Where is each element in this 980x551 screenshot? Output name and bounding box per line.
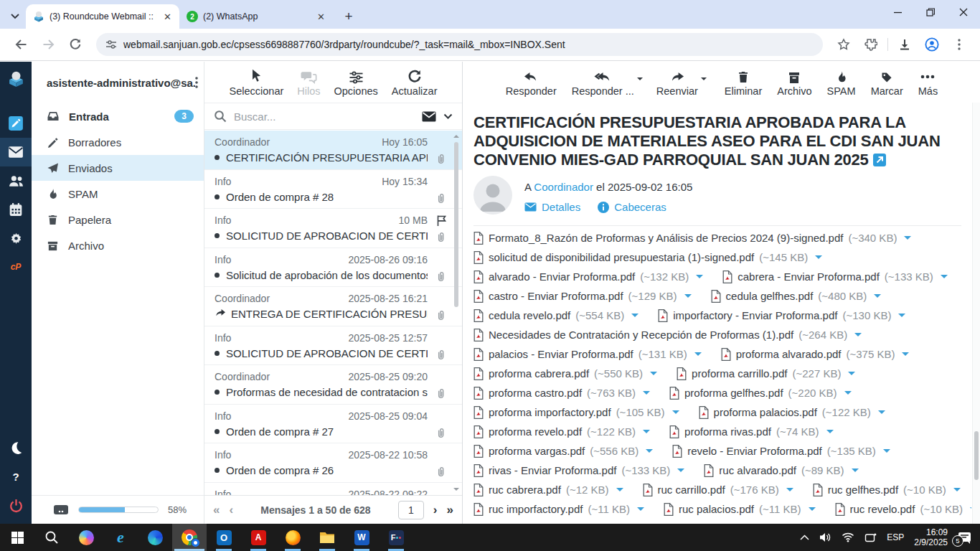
nav-contacts-button[interactable] bbox=[0, 166, 32, 195]
attachment[interactable]: ruc carrillo.pdf (~176 KB) bbox=[643, 484, 793, 496]
attachment-menu-caret-icon[interactable] bbox=[646, 449, 653, 456]
prev-page-button[interactable]: ‹ bbox=[229, 503, 233, 517]
list-scrollbar[interactable] bbox=[452, 131, 461, 495]
dark-mode-button[interactable] bbox=[0, 433, 32, 462]
internet-explorer-button[interactable]: e bbox=[103, 524, 138, 551]
nav-cpanel-button[interactable]: cP bbox=[0, 253, 32, 281]
attachment[interactable]: alvarado - Enviar Proforma.pdf (~132 KB) bbox=[473, 270, 703, 283]
attachment-menu-caret-icon[interactable] bbox=[848, 372, 855, 379]
next-page-button[interactable]: › bbox=[433, 503, 438, 517]
language-indicator[interactable]: ESP bbox=[887, 532, 904, 542]
attachment[interactable]: ruc palacios.pdf (~11 KB) bbox=[664, 503, 816, 516]
more-button[interactable]: Más bbox=[918, 67, 938, 103]
attachment[interactable]: rivas - Enviar Proforma.pdf (~133 KB) bbox=[473, 464, 684, 477]
reply-button[interactable]: Responder bbox=[506, 67, 557, 103]
folder-papelera[interactable]: Papelera bbox=[32, 207, 204, 232]
attachment-menu-caret-icon[interactable] bbox=[696, 275, 703, 282]
f-app-button[interactable]: F bbox=[379, 524, 413, 551]
headers-button[interactable]: Cabeceras bbox=[598, 201, 666, 213]
message-row[interactable]: Coordinador 2025-08-25 16:21 ENTREGA DE … bbox=[204, 287, 462, 326]
account-menu-icon[interactable] bbox=[195, 77, 198, 88]
attachment[interactable]: proforma vargas.pdf (~556 KB) bbox=[473, 445, 653, 458]
extensions-button[interactable] bbox=[859, 33, 882, 56]
attachment-menu-caret-icon[interactable] bbox=[904, 236, 911, 243]
forward-caret-icon[interactable] bbox=[701, 77, 707, 83]
acrobat-button[interactable]: A bbox=[241, 524, 275, 551]
notification-center-button[interactable]: 5 bbox=[958, 532, 971, 544]
attachment-menu-caret-icon[interactable] bbox=[898, 314, 905, 321]
reload-button[interactable] bbox=[64, 33, 87, 56]
tray-device-icon[interactable] bbox=[864, 532, 877, 542]
tab-close-icon[interactable]: ✕ bbox=[161, 11, 174, 23]
message-row[interactable]: Info 2025-08-22 09:22 bbox=[204, 483, 462, 496]
copilot-button[interactable] bbox=[69, 524, 103, 551]
attachment-menu-caret-icon[interactable] bbox=[677, 468, 684, 476]
message-row[interactable]: Coordinador 2025-08-25 09:20 Proformas d… bbox=[204, 365, 462, 405]
attachment-menu-caret-icon[interactable] bbox=[672, 410, 679, 418]
attachment-menu-caret-icon[interactable] bbox=[854, 333, 862, 340]
attachment[interactable]: Necesidades de Contratación y Recepción … bbox=[473, 329, 862, 342]
scrollbar-thumb[interactable] bbox=[454, 142, 458, 307]
attachment[interactable]: cedula gelfhes.pdf (~480 KB) bbox=[711, 290, 882, 303]
delete-button[interactable]: Eliminar bbox=[725, 67, 762, 103]
wifi-icon[interactable] bbox=[842, 532, 854, 542]
attachment-menu-caret-icon[interactable] bbox=[643, 391, 650, 398]
message-row[interactable]: Info 2025-08-22 10:58 Orden de compra # … bbox=[204, 443, 462, 483]
attachment[interactable]: proforma palacios.pdf (~122 KB) bbox=[699, 406, 885, 419]
attachment[interactable]: imporfactory - Enviar Proforma.pdf (~130… bbox=[658, 309, 905, 322]
spam-button[interactable]: SPAM bbox=[827, 67, 856, 103]
attachment-menu-caret-icon[interactable] bbox=[874, 294, 881, 301]
attachment[interactable]: proforma rivas.pdf (~74 KB) bbox=[669, 425, 834, 438]
attachment[interactable]: Formato_8_Razón de Proformas y Análisis … bbox=[473, 232, 911, 245]
message-row[interactable]: Info 2025-08-25 12:57 SOLICITUD DE APROB… bbox=[204, 326, 462, 366]
forward-button[interactable]: Reenviar bbox=[656, 67, 698, 103]
message-row[interactable]: Coordinador Hoy 16:05 CERTIFICACIÓN PRES… bbox=[204, 131, 462, 170]
browser-menu-button[interactable] bbox=[948, 33, 971, 56]
nav-settings-button[interactable] bbox=[0, 224, 32, 253]
nav-mail-button[interactable] bbox=[0, 138, 32, 166]
tray-chevron-up-icon[interactable] bbox=[800, 534, 809, 540]
profile-button[interactable] bbox=[920, 33, 943, 56]
refresh-button[interactable]: Actualizar bbox=[392, 67, 438, 103]
attachment-menu-caret-icon[interactable] bbox=[941, 275, 948, 282]
firefox-button[interactable] bbox=[275, 524, 310, 551]
scroll-up-icon[interactable] bbox=[453, 132, 459, 138]
nav-calendar-button[interactable] bbox=[0, 195, 32, 224]
start-button[interactable] bbox=[0, 524, 34, 551]
archive-button[interactable]: Archivo bbox=[777, 67, 811, 103]
forward-button[interactable] bbox=[37, 33, 60, 56]
taskbar-search-button[interactable] bbox=[34, 524, 69, 551]
attachment-menu-caret-icon[interactable] bbox=[637, 507, 644, 514]
attachment-menu-caret-icon[interactable] bbox=[631, 314, 639, 321]
bookmark-star-button[interactable] bbox=[832, 33, 855, 56]
attachment[interactable]: proforma cabrera.pdf (~550 KB) bbox=[473, 367, 657, 380]
attachment[interactable]: ruc revelo.pdf (~10 KB) bbox=[835, 503, 972, 516]
attachment-menu-caret-icon[interactable] bbox=[694, 352, 702, 359]
message-row[interactable]: Info Hoy 15:34 Orden de compra # 28 bbox=[204, 170, 462, 209]
address-bar[interactable]: webmail.sanjuan.gob.ec/cpsess6698887760/… bbox=[96, 33, 823, 56]
clock[interactable]: 16:09 2/9/2025 bbox=[914, 527, 948, 547]
attachment-menu-caret-icon[interactable] bbox=[815, 255, 822, 263]
options-button[interactable]: Opciones bbox=[334, 67, 378, 103]
mail-scrollbar-thumb[interactable] bbox=[974, 431, 979, 480]
attachment[interactable]: palacios - Enviar Proforma.pdf (~131 KB) bbox=[473, 348, 702, 361]
attachment-menu-caret-icon[interactable] bbox=[616, 488, 623, 495]
restore-button[interactable] bbox=[914, 0, 947, 24]
close-button[interactable] bbox=[947, 0, 980, 24]
word-button[interactable]: W bbox=[344, 524, 379, 551]
attachment-menu-caret-icon[interactable] bbox=[650, 372, 657, 379]
chrome-button[interactable] bbox=[172, 524, 207, 551]
attachment-menu-caret-icon[interactable] bbox=[883, 449, 890, 456]
external-link-icon[interactable] bbox=[873, 154, 886, 166]
logout-button[interactable] bbox=[0, 491, 32, 519]
recipient-link[interactable]: Coordinador bbox=[534, 181, 593, 193]
attachment-menu-caret-icon[interactable] bbox=[953, 488, 961, 495]
message-row[interactable]: Info 2025-08-25 09:04 Orden de compra # … bbox=[204, 405, 462, 444]
back-button[interactable] bbox=[9, 33, 32, 56]
attachment[interactable]: proforma alvarado.pdf (~375 KB) bbox=[721, 348, 910, 361]
file-explorer-button[interactable] bbox=[310, 524, 344, 551]
attachment-menu-caret-icon[interactable] bbox=[902, 352, 909, 359]
reply-all-caret-icon[interactable] bbox=[637, 77, 643, 83]
attachment-menu-caret-icon[interactable] bbox=[878, 410, 885, 418]
mark-button[interactable]: Marcar bbox=[871, 67, 903, 103]
